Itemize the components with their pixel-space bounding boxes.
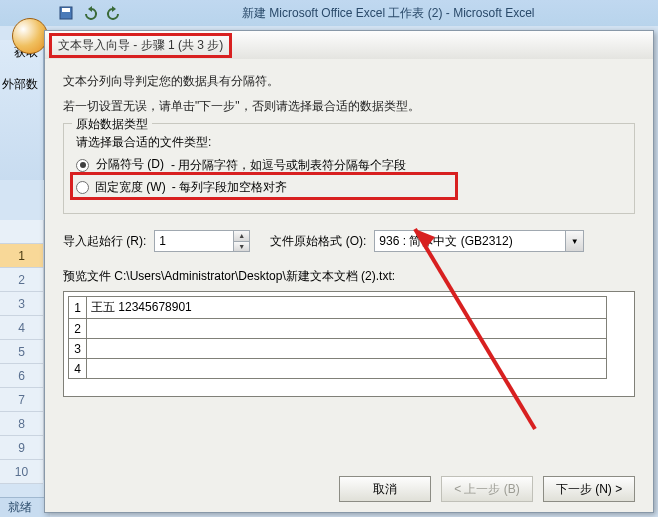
quick-access-toolbar <box>58 5 122 21</box>
dialog-titlebar: 文本导入向导 - 步骤 1 (共 3 步) <box>45 31 653 59</box>
radio-delimited[interactable] <box>76 159 89 172</box>
intro-text-1: 文本分列向导判定您的数据具有分隔符。 <box>63 73 635 90</box>
statusbar: 就绪 <box>0 497 50 517</box>
start-row-input[interactable]: 1 ▲ ▼ <box>154 230 250 252</box>
group-title: 原始数据类型 <box>72 116 152 133</box>
radio-delimited-row[interactable]: 分隔符号 (D) - 用分隔字符，如逗号或制表符分隔每个字段 <box>76 156 622 174</box>
choose-label: 请选择最合适的文件类型: <box>76 134 622 151</box>
radio-fixed-width-label: 固定宽度 (W) <box>95 179 166 196</box>
svg-rect-1 <box>62 8 70 12</box>
window-title: 新建 Microsoft Office Excel 工作表 (2) - Micr… <box>242 5 535 22</box>
next-button[interactable]: 下一步 (N) > <box>543 476 635 502</box>
spin-down-icon[interactable]: ▼ <box>233 242 249 252</box>
back-button: < 上一步 (B) <box>441 476 533 502</box>
office-button[interactable] <box>12 18 48 54</box>
preview-cell <box>87 319 607 339</box>
origin-label: 文件原始格式 (O): <box>270 233 366 250</box>
row-header[interactable]: 10 <box>0 460 43 484</box>
text-import-wizard-dialog: 文本导入向导 - 步骤 1 (共 3 步) 文本分列向导判定您的数据具有分隔符。… <box>44 30 654 513</box>
preview-box: 1王五 12345678901 2 3 4 <box>63 291 635 397</box>
file-origin-combo[interactable]: 936 : 简体中文 (GB2312) ▼ <box>374 230 584 252</box>
preview-row: 3 <box>69 339 607 359</box>
cancel-button[interactable]: 取消 <box>339 476 431 502</box>
start-row-value: 1 <box>159 234 166 248</box>
radio-fixed-width-desc: - 每列字段加空格对齐 <box>172 179 287 196</box>
spin-up-icon[interactable]: ▲ <box>233 231 249 242</box>
dialog-title: 文本导入向导 - 步骤 1 (共 3 步) <box>49 33 232 58</box>
sheet-row-headers: 1 2 3 4 5 6 7 8 9 10 <box>0 220 44 480</box>
undo-icon[interactable] <box>82 5 98 21</box>
save-icon[interactable] <box>58 5 74 21</box>
preview-cell <box>87 359 607 379</box>
row-header[interactable]: 2 <box>0 268 43 292</box>
redo-icon[interactable] <box>106 5 122 21</box>
row-header[interactable]: 5 <box>0 340 43 364</box>
row-header[interactable]: 3 <box>0 292 43 316</box>
chevron-down-icon[interactable]: ▼ <box>565 231 583 251</box>
ribbon-group-label2: 外部数 <box>2 76 38 93</box>
statusbar-text: 就绪 <box>8 499 32 516</box>
row-header[interactable]: 1 <box>0 244 43 268</box>
file-origin-value: 936 : 简体中文 (GB2312) <box>379 233 512 250</box>
preview-row: 4 <box>69 359 607 379</box>
radio-fixed-width-row[interactable]: 固定宽度 (W) - 每列字段加空格对齐 <box>76 179 622 196</box>
original-data-type-group: 原始数据类型 请选择最合适的文件类型: 分隔符号 (D) - 用分隔字符，如逗号… <box>63 123 635 214</box>
row-header-corner[interactable] <box>0 220 43 244</box>
ribbon-side: 获取 外部数 <box>0 40 44 180</box>
preview-row: 1王五 12345678901 <box>69 297 607 319</box>
row-header[interactable]: 8 <box>0 412 43 436</box>
preview-label: 预览文件 C:\Users\Administrator\Desktop\新建文本… <box>63 268 635 285</box>
preview-cell <box>87 339 607 359</box>
preview-cell: 王五 12345678901 <box>87 297 607 319</box>
excel-titlebar: 新建 Microsoft Office Excel 工作表 (2) - Micr… <box>0 0 658 26</box>
preview-row: 2 <box>69 319 607 339</box>
row-header[interactable]: 9 <box>0 436 43 460</box>
row-header[interactable]: 7 <box>0 388 43 412</box>
row-header[interactable]: 4 <box>0 316 43 340</box>
radio-delimited-label: 分隔符号 (D) <box>95 156 165 174</box>
start-row-label: 导入起始行 (R): <box>63 233 146 250</box>
row-header[interactable]: 6 <box>0 364 43 388</box>
intro-text-2: 若一切设置无误，请单击"下一步"，否则请选择最合适的数据类型。 <box>63 98 635 115</box>
radio-delimited-desc: - 用分隔字符，如逗号或制表符分隔每个字段 <box>171 157 406 174</box>
radio-fixed-width[interactable] <box>76 181 89 194</box>
